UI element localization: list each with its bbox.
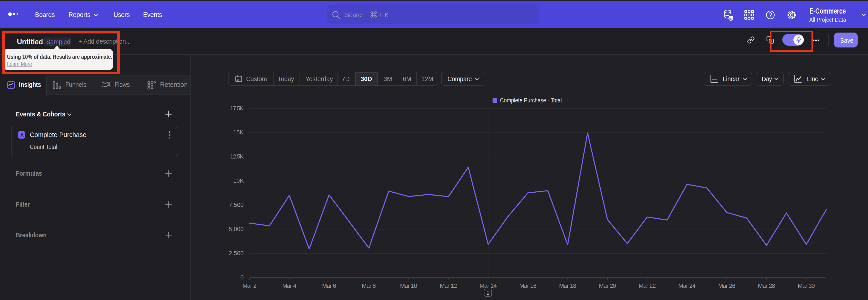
svg-text:Mar 8: Mar 8 xyxy=(362,282,376,289)
svg-text:Mar 20: Mar 20 xyxy=(599,282,616,289)
svg-text:10K: 10K xyxy=(233,177,244,184)
svg-text:0: 0 xyxy=(241,274,244,281)
svg-text:Mar 14: Mar 14 xyxy=(480,282,497,289)
svg-text:Mar 26: Mar 26 xyxy=(718,282,735,289)
svg-text:2,500: 2,500 xyxy=(229,250,244,257)
svg-text:7,500: 7,500 xyxy=(229,202,244,208)
svg-text:Mar 2: Mar 2 xyxy=(243,282,256,289)
svg-text:12.5K: 12.5K xyxy=(230,153,244,160)
svg-text:Mar 10: Mar 10 xyxy=(400,282,417,289)
svg-text:Mar 30: Mar 30 xyxy=(798,282,815,289)
svg-text:Mar 4: Mar 4 xyxy=(282,282,296,289)
svg-text:Mar 18: Mar 18 xyxy=(559,282,576,289)
svg-text:15K: 15K xyxy=(233,129,244,136)
svg-text:17.5K: 17.5K xyxy=(230,105,244,112)
svg-text:Mar 22: Mar 22 xyxy=(639,282,656,289)
svg-text:Mar 28: Mar 28 xyxy=(758,282,775,289)
svg-text:5,000: 5,000 xyxy=(229,226,244,232)
svg-text:Mar 12: Mar 12 xyxy=(440,282,457,289)
svg-text:Mar 24: Mar 24 xyxy=(678,282,695,289)
svg-text:Mar 6: Mar 6 xyxy=(322,282,336,289)
svg-text:Mar 16: Mar 16 xyxy=(520,282,537,289)
